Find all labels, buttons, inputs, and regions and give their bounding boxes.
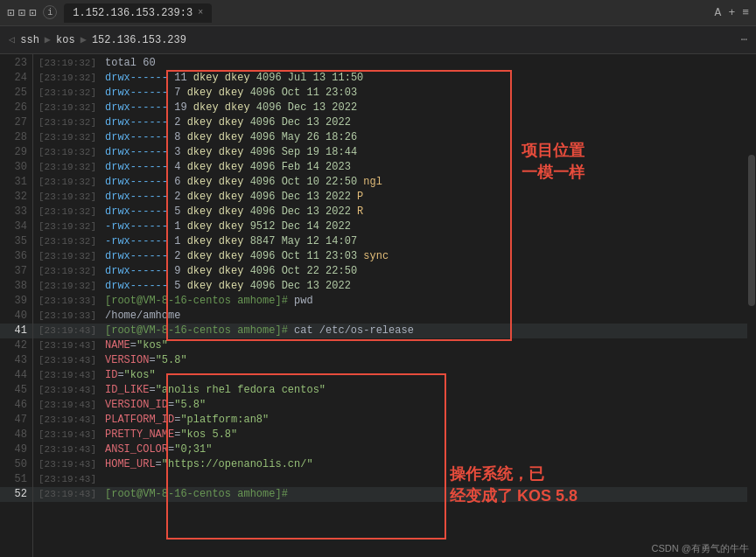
terminal-row: [23:19:32]drwx------ 2 dkey dkey 4096 Oc…	[33, 249, 756, 264]
line-content: drwx------ 6 dkey dkey 4096 Oct 10 22:50…	[102, 175, 382, 190]
line-content: drwx------ 5 dkey dkey 4096 Dec 13 2022 …	[102, 205, 363, 219]
line-content: drwx------ 2 dkey dkey 4096 Dec 13 2022 …	[102, 190, 363, 205]
line-content: PRETTY_NAME="kos 5.8"	[102, 428, 237, 442]
line-number: 39	[0, 294, 32, 309]
host-label: kos	[56, 34, 75, 46]
line-content: [root@VM-8-16-centos amhome]# cat /etc/o…	[102, 324, 414, 338]
btn-a[interactable]: A	[715, 6, 722, 19]
line-number: 44	[0, 368, 32, 383]
timestamp: [23:19:32]	[33, 190, 102, 205]
terminal-row: [23:19:32]drwx------ 9 dkey dkey 4096 Oc…	[33, 264, 756, 279]
timestamp: [23:19:43]	[33, 457, 102, 472]
terminal-row: [23:19:43]ANSI_COLOR="0;31"	[33, 442, 756, 457]
terminal-row: [23:19:32]drwx------ 19 dkey dkey 4096 D…	[33, 101, 756, 115]
timestamp: [23:19:32]	[33, 145, 102, 160]
terminal-row: [23:19:32]drwx------ 4 dkey dkey 4096 Fe…	[33, 160, 756, 175]
timestamp: [23:19:33]	[33, 294, 102, 309]
line-number: 30	[0, 160, 32, 175]
terminal-row: [23:19:43]PLATFORM_ID="platform:an8"	[33, 413, 756, 428]
line-number: 43	[0, 353, 32, 368]
line-number: 28	[0, 130, 32, 145]
terminal-row: [23:19:43]PRETTY_NAME="kos 5.8"	[33, 428, 756, 442]
btn-menu[interactable]: ≡	[742, 6, 749, 19]
terminal-row: [23:19:32]drwx------ 7 dkey dkey 4096 Oc…	[33, 86, 756, 101]
terminal-row: [23:19:43]HOME_URL="https://openanolis.c…	[33, 457, 756, 472]
timestamp: [23:19:43]	[33, 413, 102, 428]
line-content: drwx------ 11 dkey dkey 4096 Jul 13 11:5…	[102, 71, 363, 86]
terminal-row: [23:19:43]ID="kos"	[33, 368, 756, 383]
icon-restore2[interactable]: ⊡	[29, 5, 36, 20]
timestamp: [23:19:32]	[33, 101, 102, 115]
btn-add[interactable]: +	[728, 6, 735, 19]
terminal-row: [23:19:43]ID_LIKE="anolis rhel fedora ce…	[33, 383, 756, 398]
terminal-row: [23:19:43]VERSION="5.8"	[33, 353, 756, 368]
timestamp: [23:19:32]	[33, 130, 102, 145]
terminal-row: [23:19:43]VERSION_ID="5.8"	[33, 398, 756, 413]
terminal-row: [23:19:32]drwx------ 2 dkey dkey 4096 De…	[33, 115, 756, 130]
line-content: ID_LIKE="anolis rhel fedora centos"	[102, 383, 326, 398]
line-content: drwx------ 7 dkey dkey 4096 Oct 11 23:03	[102, 86, 357, 101]
timestamp: [23:19:32]	[33, 219, 102, 234]
tab-close-icon[interactable]: ×	[198, 8, 203, 17]
line-content: ID="kos"	[102, 368, 156, 383]
line-number: 45	[0, 383, 32, 398]
terminal-row: [23:19:43][root@VM-8-16-centos amhome]#	[33, 487, 756, 502]
line-number: 36	[0, 249, 32, 264]
line-content	[102, 472, 105, 487]
terminal-row: [23:19:32]drwx------ 2 dkey dkey 4096 De…	[33, 190, 756, 205]
timestamp: [23:19:32]	[33, 86, 102, 101]
timestamp: [23:19:43]	[33, 383, 102, 398]
timestamp: [23:19:43]	[33, 442, 102, 457]
timestamp: [23:19:32]	[33, 71, 102, 86]
line-content: -rwx------ 1 dkey dkey 8847 May 12 14:07	[102, 234, 357, 249]
line-content: HOME_URL="https://openanolis.cn/"	[102, 457, 313, 472]
line-number: 25	[0, 86, 32, 101]
line-content: drwx------ 2 dkey dkey 4096 Oct 11 23:03…	[102, 249, 388, 264]
terminal-row: [23:19:43]	[33, 472, 756, 487]
tab-right-buttons: A + ≡	[715, 6, 749, 19]
nav-back-icon[interactable]: ◁	[9, 33, 15, 46]
timestamp: [23:19:32]	[33, 234, 102, 249]
timestamp: [23:19:33]	[33, 309, 102, 324]
line-number: 52	[0, 487, 32, 502]
line-content: NAME="kos"	[102, 338, 168, 353]
more-btn[interactable]: ⋯	[741, 33, 747, 46]
line-numbers-gutter: 2324252627282930313233343536373839404142…	[0, 54, 33, 557]
sep2: ▶	[80, 33, 87, 46]
line-content: [root@VM-8-16-centos amhome]# pwd	[102, 294, 313, 309]
scrollbar-thumb	[748, 155, 755, 306]
icon-info[interactable]: i	[43, 5, 57, 19]
line-number: 29	[0, 145, 32, 160]
timestamp: [23:19:43]	[33, 324, 102, 338]
terminal-content[interactable]: [23:19:32]total 60[23:19:32]drwx------ 1…	[33, 54, 756, 557]
timestamp: [23:19:32]	[33, 160, 102, 175]
terminal: 2324252627282930313233343536373839404142…	[0, 54, 756, 557]
line-content: drwx------ 4 dkey dkey 4096 Feb 14 2023	[102, 160, 351, 175]
timestamp: [23:19:32]	[33, 205, 102, 219]
terminal-row: [23:19:33][root@VM-8-16-centos amhome]# …	[33, 294, 756, 309]
ip-label: 152.136.153.239	[92, 34, 186, 46]
timestamp: [23:19:32]	[33, 249, 102, 264]
terminal-row: [23:19:32]drwx------ 5 dkey dkey 4096 De…	[33, 279, 756, 294]
line-number: 27	[0, 115, 32, 130]
icon-restore[interactable]: ⊡	[18, 5, 24, 20]
line-number: 37	[0, 264, 32, 279]
line-content: ANSI_COLOR="0;31"	[102, 442, 212, 457]
line-number: 50	[0, 457, 32, 472]
timestamp: [23:19:32]	[33, 279, 102, 294]
timestamp: [23:19:32]	[33, 264, 102, 279]
line-number: 35	[0, 234, 32, 249]
scrollbar[interactable]	[747, 54, 756, 557]
icon-new-tab[interactable]: ⊡	[7, 5, 14, 20]
line-content: VERSION_ID="5.8"	[102, 398, 206, 413]
line-content: [root@VM-8-16-centos amhome]#	[102, 487, 288, 502]
line-content: VERSION="5.8"	[102, 353, 187, 368]
tab-item[interactable]: 1.152.136.153.239:3 ×	[64, 3, 212, 23]
terminal-row: [23:19:32]-rwx------ 1 dkey dkey 9512 De…	[33, 219, 756, 234]
line-content: total 60	[102, 56, 156, 71]
terminal-row: [23:19:43][root@VM-8-16-centos amhome]# …	[33, 324, 756, 338]
line-number: 32	[0, 190, 32, 205]
terminal-row: [23:19:32]drwx------ 5 dkey dkey 4096 De…	[33, 205, 756, 219]
line-number: 48	[0, 428, 32, 442]
tab-controls: ⊡ ⊡ ⊡ i	[7, 5, 57, 20]
